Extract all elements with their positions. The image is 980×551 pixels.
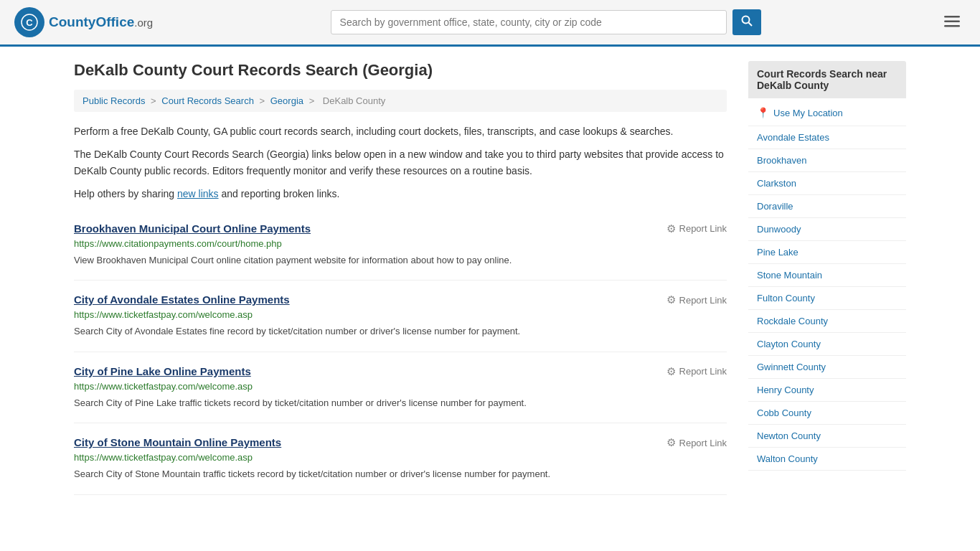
report-label-3: Report Link [679,438,727,448]
report-icon-1: ⚙ [666,293,676,306]
report-link-0[interactable]: ⚙ Report Link [666,222,727,235]
result-title-3[interactable]: City of Stone Mountain Online Payments [74,436,281,448]
report-label-2: Report Link [679,366,727,377]
use-my-location[interactable]: 📍 Use My Location [748,100,906,126]
result-url-3[interactable]: https://www.ticketfastpay.com/welcome.as… [74,452,727,463]
logo-icon: C [14,7,44,37]
result-desc-0: View Brookhaven Municipal Court online c… [74,253,727,268]
breadcrumb-sep2: > [260,95,268,106]
report-link-1[interactable]: ⚙ Report Link [666,293,727,306]
result-desc-2: Search City of Pine Lake traffic tickets… [74,396,727,410]
desc3-prefix: Help others by sharing [74,188,177,199]
report-icon-3: ⚙ [666,436,676,449]
report-label-0: Report Link [679,223,727,234]
svg-text:C: C [26,17,33,28]
results-container: Brookhaven Municipal Court Online Paymen… [74,209,727,495]
sidebar-link-clayton-county[interactable]: Clayton County [748,333,906,356]
svg-rect-5 [944,21,960,23]
sidebar-link-pine-lake[interactable]: Pine Lake [748,241,906,264]
sidebar-link-rockdale-county[interactable]: Rockdale County [748,310,906,333]
sidebar-link-doraville[interactable]: Doraville [748,195,906,218]
pin-icon: 📍 [757,107,769,118]
result-item: City of Pine Lake Online Payments ⚙ Repo… [74,352,727,424]
breadcrumb-dekalb: DeKalb County [323,95,385,106]
logo-area: C CountyOffice.org [14,7,153,37]
breadcrumb-public-records[interactable]: Public Records [83,95,145,106]
result-url-2[interactable]: https://www.ticketfastpay.com/welcome.as… [74,381,727,392]
svg-line-3 [748,23,752,27]
sidebar-link-brookhaven[interactable]: Brookhaven [748,149,906,172]
report-link-2[interactable]: ⚙ Report Link [666,365,727,378]
result-title-1[interactable]: City of Avondale Estates Online Payments [74,293,290,306]
sidebar-link-newton-county[interactable]: Newton County [748,425,906,448]
sidebar-link-gwinnett-county[interactable]: Gwinnett County [748,356,906,379]
search-input[interactable] [331,10,727,34]
page-title: DeKalb County Court Records Search (Geor… [74,61,727,80]
sidebar: Court Records Search near DeKalb County … [748,61,906,495]
sidebar-link-dunwoody[interactable]: Dunwoody [748,218,906,241]
report-icon-0: ⚙ [666,222,676,235]
sidebar-link-clarkston[interactable]: Clarkston [748,172,906,195]
breadcrumb-court-records[interactable]: Court Records Search [161,95,254,106]
sidebar-link-stone-mountain[interactable]: Stone Mountain [748,264,906,287]
report-icon-2: ⚙ [666,365,676,378]
result-header-3: City of Stone Mountain Online Payments ⚙… [74,436,727,449]
result-desc-1: Search City of Avondale Estates fine rec… [74,324,727,339]
sidebar-link-fulton-county[interactable]: Fulton County [748,287,906,310]
description-3: Help others by sharing new links and rep… [74,186,727,202]
breadcrumb: Public Records > Court Records Search > … [74,90,727,112]
result-item: Brookhaven Municipal Court Online Paymen… [74,209,727,281]
sidebar-link-avondale-estates[interactable]: Avondale Estates [748,126,906,149]
search-area [331,9,761,35]
report-label-1: Report Link [679,295,727,306]
logo-text: CountyOffice.org [49,14,153,30]
use-my-location-label: Use My Location [773,108,843,118]
sidebar-link-walton-county[interactable]: Walton County [748,448,906,471]
result-item: City of Stone Mountain Online Payments ⚙… [74,423,727,495]
sidebar-link-cobb-county[interactable]: Cobb County [748,402,906,425]
breadcrumb-sep1: > [151,95,159,106]
description-1: Perform a free DeKalb County, GA public … [74,123,727,139]
content-area: DeKalb County Court Records Search (Geor… [74,61,727,495]
result-title-0[interactable]: Brookhaven Municipal Court Online Paymen… [74,222,311,235]
result-header-0: Brookhaven Municipal Court Online Paymen… [74,222,727,235]
svg-point-2 [742,17,749,24]
result-desc-3: Search City of Stone Mountain traffic ti… [74,467,727,481]
result-url-0[interactable]: https://www.citationpayments.com/court/h… [74,238,727,249]
sidebar-title: Court Records Search near DeKalb County [748,61,906,98]
result-header-1: City of Avondale Estates Online Payments… [74,293,727,306]
sidebar-links-container: Avondale EstatesBrookhavenClarkstonDorav… [748,126,906,471]
breadcrumb-sep3: > [309,95,317,106]
svg-rect-6 [944,25,960,27]
result-title-2[interactable]: City of Pine Lake Online Payments [74,365,251,377]
menu-button[interactable] [938,10,966,34]
report-link-3[interactable]: ⚙ Report Link [666,436,727,449]
breadcrumb-georgia[interactable]: Georgia [270,95,303,106]
header: C CountyOffice.org [0,0,980,47]
sidebar-link-henry-county[interactable]: Henry County [748,379,906,402]
search-button[interactable] [732,9,761,35]
new-links-link[interactable]: new links [177,188,219,199]
result-url-1[interactable]: https://www.ticketfastpay.com/welcome.as… [74,309,727,320]
description-2: The DeKalb County Court Records Search (… [74,146,727,179]
desc3-suffix: and reporting broken links. [219,188,340,199]
main-container: DeKalb County Court Records Search (Geor… [60,47,920,509]
svg-rect-4 [944,16,960,18]
result-header-2: City of Pine Lake Online Payments ⚙ Repo… [74,365,727,378]
result-item: City of Avondale Estates Online Payments… [74,281,727,352]
